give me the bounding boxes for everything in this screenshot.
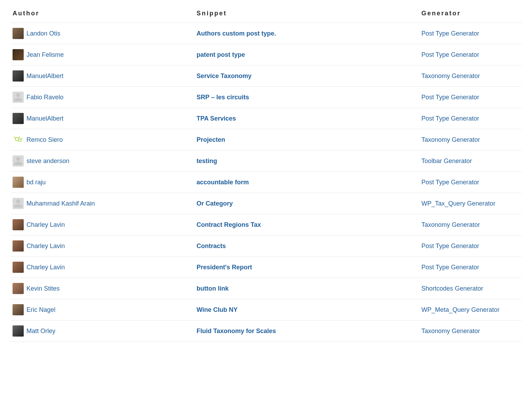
table-row: Fabio RaveloSRP – les circuitsPost Type … [10, 87, 522, 108]
generator-link[interactable]: Post Type Generator [421, 94, 479, 101]
generator-cell: Post Type Generator [419, 108, 522, 129]
generator-link[interactable]: Taxonomy Generator [421, 221, 480, 228]
avatar[interactable] [13, 113, 24, 124]
generator-cell: Post Type Generator [419, 236, 522, 257]
snippet-link[interactable]: button link [197, 285, 229, 292]
avatar[interactable] [13, 134, 24, 145]
snippet-cell: SRP – les circuits [195, 87, 419, 108]
table-row: Muhammad Kashif ArainOr CategoryWP_Tax_Q… [10, 193, 522, 214]
snippet-link[interactable]: Wine Club NY [197, 306, 238, 313]
generator-link[interactable]: Post Type Generator [421, 242, 479, 249]
generator-cell: Shortcodes Generator [419, 278, 522, 299]
generator-link[interactable]: Toolbar Generator [421, 157, 472, 164]
generator-cell: Post Type Generator [419, 87, 522, 108]
author-link[interactable]: Charley Lavin [26, 221, 65, 229]
generator-cell: WP_Tax_Query Generator [419, 193, 522, 214]
author-link[interactable]: ManuelAlbert [26, 72, 63, 80]
snippet-link[interactable]: Contract Regions Tax [197, 221, 261, 228]
avatar[interactable] [13, 49, 24, 60]
generator-link[interactable]: Taxonomy Generator [421, 136, 480, 143]
avatar[interactable] [13, 177, 24, 188]
snippet-link[interactable]: patent post type [197, 51, 245, 58]
generator-cell: Post Type Generator [419, 257, 522, 278]
author-link[interactable]: Charley Lavin [26, 242, 65, 250]
generator-link[interactable]: WP_Meta_Query Generator [421, 306, 500, 313]
avatar[interactable] [13, 155, 24, 167]
table-row: Jean Felismepatent post typePost Type Ge… [10, 44, 522, 66]
table-row: Landon OtisAuthors custom post type.Post… [10, 23, 522, 44]
author-link[interactable]: Muhammad Kashif Arain [26, 200, 95, 207]
avatar[interactable] [13, 304, 24, 315]
generator-cell: Post Type Generator [419, 44, 522, 66]
snippet-cell: Projecten [195, 129, 419, 151]
snippet-link[interactable]: SRP – les circuits [197, 94, 249, 101]
author-link[interactable]: Kevin Stites [26, 285, 60, 292]
snippet-link[interactable]: Authors custom post type. [197, 30, 276, 37]
generator-cell: Taxonomy Generator [419, 214, 522, 236]
avatar[interactable] [13, 70, 24, 82]
avatar[interactable] [13, 262, 24, 273]
author-cell: Kevin Stites [10, 278, 195, 299]
author-link[interactable]: Jean Felisme [26, 51, 64, 59]
generator-cell: Taxonomy Generator [419, 321, 522, 342]
snippet-link[interactable]: Projecten [197, 136, 225, 143]
author-link[interactable]: bd raju [26, 179, 46, 186]
header-snippet[interactable]: Snippet [195, 7, 419, 23]
author-link[interactable]: Remco Siero [26, 136, 63, 144]
header-generator[interactable]: Generator [419, 7, 522, 23]
snippet-cell: testing [195, 151, 419, 172]
snippet-link[interactable]: Service Taxonomy [197, 72, 252, 79]
snippet-cell: Authors custom post type. [195, 23, 419, 44]
table-row: ManuelAlbertTPA ServicesPost Type Genera… [10, 108, 522, 129]
snippet-cell: patent post type [195, 44, 419, 66]
table-row: steve andersontestingToolbar Generator [10, 151, 522, 172]
snippet-link[interactable]: Fluid Taxonomy for Scales [197, 328, 276, 334]
snippet-link[interactable]: testing [197, 157, 217, 164]
snippet-link[interactable]: President's Report [197, 264, 252, 271]
table-row: Charley LavinPresident's ReportPost Type… [10, 257, 522, 278]
author-cell: Charley Lavin [10, 214, 195, 236]
generator-link[interactable]: Taxonomy Generator [421, 328, 480, 334]
table-row: Charley LavinContract Regions TaxTaxonom… [10, 214, 522, 236]
author-link[interactable]: Eric Nagel [26, 306, 55, 314]
author-cell: bd raju [10, 172, 195, 193]
generator-link[interactable]: Taxonomy Generator [421, 72, 480, 79]
author-link[interactable]: Fabio Ravelo [26, 94, 63, 101]
snippet-cell: Or Category [195, 193, 419, 214]
snippet-link[interactable]: accountable form [197, 179, 249, 186]
snippet-cell: Fluid Taxonomy for Scales [195, 321, 419, 342]
avatar[interactable] [13, 28, 24, 39]
generator-link[interactable]: Post Type Generator [421, 264, 479, 271]
avatar[interactable] [13, 240, 24, 252]
snippet-link[interactable]: TPA Services [197, 115, 236, 122]
author-cell: Muhammad Kashif Arain [10, 193, 195, 214]
author-cell: Remco Siero [10, 129, 195, 151]
generator-link[interactable]: Post Type Generator [421, 51, 479, 58]
author-cell: Charley Lavin [10, 236, 195, 257]
author-link[interactable]: Matt Orley [26, 328, 55, 335]
author-cell: Charley Lavin [10, 257, 195, 278]
avatar[interactable] [13, 198, 24, 209]
author-cell: Matt Orley [10, 321, 195, 342]
snippet-link[interactable]: Contracts [197, 242, 226, 249]
table-row: Eric NagelWine Club NYWP_Meta_Query Gene… [10, 299, 522, 321]
snippet-link[interactable]: Or Category [197, 200, 233, 207]
author-link[interactable]: steve anderson [26, 157, 69, 165]
generator-link[interactable]: Post Type Generator [421, 115, 479, 122]
author-link[interactable]: Charley Lavin [26, 264, 65, 271]
header-author[interactable]: Author [10, 7, 195, 23]
generator-cell: Taxonomy Generator [419, 66, 522, 87]
generator-link[interactable]: Shortcodes Generator [421, 285, 483, 292]
avatar[interactable] [13, 325, 24, 337]
author-link[interactable]: Landon Otis [26, 30, 60, 37]
avatar[interactable] [13, 219, 24, 230]
author-link[interactable]: ManuelAlbert [26, 115, 63, 122]
generator-cell: Taxonomy Generator [419, 129, 522, 151]
generator-link[interactable]: WP_Tax_Query Generator [421, 200, 495, 207]
avatar[interactable] [13, 92, 24, 103]
table-header-row: Author Snippet Generator [10, 7, 522, 23]
generator-link[interactable]: Post Type Generator [421, 179, 479, 186]
avatar[interactable] [13, 283, 24, 294]
generator-link[interactable]: Post Type Generator [421, 30, 479, 37]
table-row: Charley LavinContractsPost Type Generato… [10, 236, 522, 257]
